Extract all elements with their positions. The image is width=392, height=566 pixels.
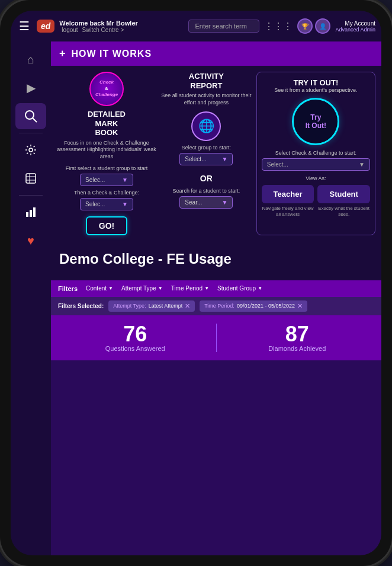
filters-selected-bar: Filters Selected: Attempt Type: Latest A… [51,297,381,315]
stats-divider [216,324,217,352]
svg-point-0 [25,111,34,119]
sidebar-item-report[interactable] [15,103,46,129]
how-it-works-header: + HOW IT WORKS [51,41,381,66]
try-it-out-subtitle: See it from a student's perspective. [274,87,357,93]
sidebar-item-heart[interactable]: ♥ [15,228,46,254]
avatar-icon-1: 🏆 [297,18,313,34]
chart-icon [25,206,37,218]
app-logo: ed [37,20,54,33]
filters-label: Filters [58,285,78,292]
avatar-icon-2: 👤 [315,18,330,34]
remove-attempt-type-chip[interactable]: ✕ [185,302,190,310]
select-challenge-dropdown[interactable]: Selec... ▼ [80,198,133,210]
time-period-chip: Time Period: 09/01/2021 - 05/05/2022 ✕ [200,300,307,312]
select-cac-dropdown[interactable]: Select... ▼ [262,158,370,171]
search-student-dropdown[interactable]: Sear... ▼ [179,196,233,209]
sidebar-item-table[interactable] [15,165,46,191]
svg-rect-8 [30,210,32,217]
demo-title: Demo College - FE Usage [59,251,373,267]
try-it-out-card: TRY IT OUT! See it from a student's pers… [256,72,375,235]
sidebar-item-home[interactable]: ⌂ [15,46,46,72]
grid-icon[interactable]: ⋮⋮⋮ [264,21,293,32]
welcome-text: Welcome back Mr Bowler [59,20,184,27]
try-it-out-circle[interactable]: TryIt Out! [292,98,339,145]
view-as-buttons: Teacher Student [262,185,370,203]
teacher-button[interactable]: Teacher [262,185,314,203]
go-button[interactable]: GO! [86,216,127,235]
collapse-icon[interactable]: + [59,47,66,60]
remove-time-period-chip[interactable]: ✕ [297,302,303,310]
select-group-dropdown[interactable]: Selec... ▼ [80,174,133,186]
attempt-type-filter[interactable]: Attempt Type ▼ [121,285,163,292]
questions-answered-stat: 76 Questions Answered [59,324,211,352]
sidebar-item-video[interactable]: ▶ [15,75,46,101]
try-it-circle-text: TryIt Out! [306,113,326,130]
logo-line1: Check [95,79,118,85]
questions-number: 76 [123,324,147,345]
questions-label: Questions Answered [105,345,165,352]
sidebar-divider-1 [19,133,43,133]
demo-section: Demo College - FE Usage [51,241,381,280]
svg-line-1 [33,118,37,122]
table-icon [25,172,37,184]
sidebar-item-chart[interactable] [15,199,46,225]
activity-select-group-dropdown[interactable]: Select... ▼ [179,153,233,165]
logout-link[interactable]: logout Switch Centre > [59,27,184,33]
time-period-filter[interactable]: Time Period ▼ [171,285,209,292]
sidebar-divider-2 [19,195,43,196]
activity-select-group-label: Select group to start: [182,145,231,151]
hamburger-menu[interactable]: ☰ [17,17,32,36]
svg-rect-7 [26,212,28,217]
student-button[interactable]: Student [317,185,370,203]
teacher-desc: Navigate freely and view all answers [262,206,314,217]
diamonds-achieved-stat: 87 Diamonds Achieved [221,324,374,352]
cards-area: Check & Challenge DETAILED MARK BOOK Foc… [51,66,381,241]
how-it-works-title: HOW IT WORKS [72,49,152,59]
select-challenge-label: Then a Check & Challenge: [74,190,139,196]
content-filter[interactable]: Content ▼ [86,285,113,292]
student-desc: Exactly what the student sees. [317,206,370,217]
activity-report-title: ACTIVITY REPORT [189,72,224,90]
select-group-label: First select a student group to start [66,165,148,171]
diamonds-label: Diamonds Achieved [268,345,326,352]
settings-icon [25,144,37,156]
or-text: OR [200,174,213,183]
svg-rect-3 [26,174,36,183]
attempt-type-chip: Attempt Type: Latest Attempt ✕ [108,300,195,312]
filters-bar: Filters Content ▼ Attempt Type ▼ Time Pe… [51,280,381,297]
detailed-mark-book-title: DETAILED MARK BOOK [88,110,126,137]
main-content: + HOW IT WORKS Check & Challenge [51,41,381,555]
detailed-mark-book-card: Check & Challenge DETAILED MARK BOOK Foc… [57,72,156,235]
sidebar-item-settings[interactable] [15,137,46,163]
search-input[interactable]: Enter search term [188,20,259,33]
svg-point-2 [29,148,33,152]
filters-selected-label: Filters Selected: [58,303,104,309]
search-student-label: Search for a student to start: [173,188,240,194]
try-it-out-title: TRY IT OUT! [293,78,338,87]
activity-report-card: ACTIVITY REPORT See all student activity… [161,72,252,235]
view-as-label: View As: [306,175,326,181]
diamonds-number: 87 [285,324,309,345]
detailed-mark-book-desc: Focus in on one Check & Challenge assess… [57,140,156,161]
svg-rect-9 [33,207,36,217]
my-account-area: My Account Advanced Admin [335,20,375,33]
globe-icon: 🌐 [191,111,221,141]
activity-report-desc: See all student activity to monitor thei… [161,92,252,106]
logo-line2: & [95,86,118,92]
select-cac-label: Select Check & Challenge to start: [275,150,356,156]
logo-line3: Challenge [95,92,118,98]
check-challenge-logo: Check & Challenge [89,72,124,106]
search-magnifier-icon [24,110,37,123]
student-group-filter[interactable]: Student Group ▼ [217,285,262,292]
sidebar: ⌂ ▶ [11,41,51,555]
stats-bar: 76 Questions Answered 87 Diamonds Achiev… [51,315,381,360]
